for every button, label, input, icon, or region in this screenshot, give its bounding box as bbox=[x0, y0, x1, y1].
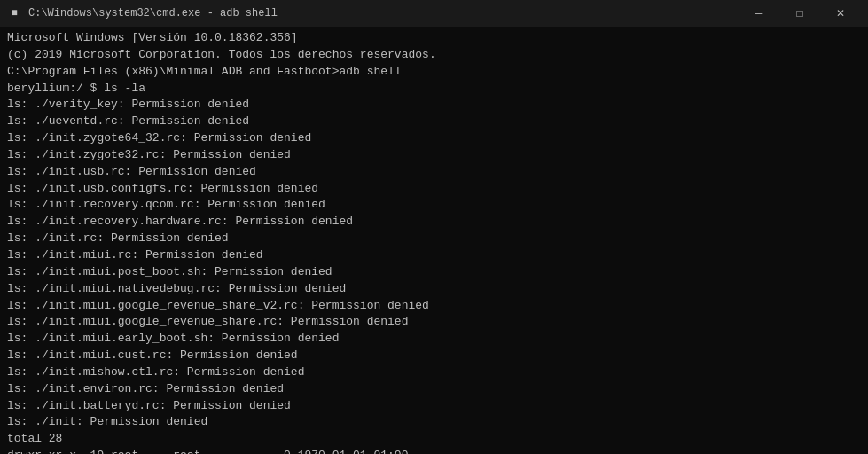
terminal-line: drwxr-xr-x 19 root root 0 1970-01-01 01:… bbox=[7, 448, 861, 454]
terminal-line: ls: ./init.miui.cust.rc: Permission deni… bbox=[7, 348, 861, 364]
title-bar: ■ C:\Windows\system32\cmd.exe - adb shel… bbox=[0, 0, 868, 27]
terminal-line: ls: ./init: Permission denied bbox=[7, 414, 861, 431]
terminal-line: C:\Program Files (x86)\Minimal ADB and F… bbox=[7, 64, 861, 81]
terminal-line: ls: ./init.rc: Permission denied bbox=[7, 231, 861, 247]
minimize-button[interactable]: ─ bbox=[739, 0, 779, 27]
terminal-line: ls: ./init.recovery.hardware.rc: Permiss… bbox=[7, 214, 861, 231]
cmd-window: ■ C:\Windows\system32\cmd.exe - adb shel… bbox=[0, 0, 868, 454]
terminal-line: (c) 2019 Microsoft Corporation. Todos lo… bbox=[7, 47, 861, 64]
terminal-output: Microsoft Windows [Versión 10.0.18362.35… bbox=[0, 27, 868, 454]
terminal-line: ls: ./init.miui.post_boot.sh: Permission… bbox=[7, 264, 861, 281]
maximize-button[interactable]: □ bbox=[779, 0, 820, 27]
terminal-line: ls: ./init.miui.google_revenue_share_v2.… bbox=[7, 298, 861, 315]
terminal-line: ls: ./init.zygote64_32.rc: Permission de… bbox=[7, 130, 861, 147]
terminal-line: Microsoft Windows [Versión 10.0.18362.35… bbox=[7, 30, 861, 47]
cmd-icon: ■ bbox=[7, 6, 21, 20]
close-button[interactable]: ✕ bbox=[820, 0, 861, 27]
terminal-line: beryllium:/ $ ls -la bbox=[7, 81, 861, 98]
terminal-line: ls: ./ueventd.rc: Permission denied bbox=[7, 114, 861, 130]
terminal-line: ls: ./init.recovery.qcom.rc: Permission … bbox=[7, 197, 861, 214]
terminal-line: ls: ./init.miui.rc: Permission denied bbox=[7, 247, 861, 264]
window-controls: ─ □ ✕ bbox=[739, 0, 861, 27]
terminal-line: ls: ./init.miui.nativedebug.rc: Permissi… bbox=[7, 281, 861, 298]
terminal-line: ls: ./init.zygote32.rc: Permission denie… bbox=[7, 147, 861, 164]
window-title: C:\Windows\system32\cmd.exe - adb shell bbox=[28, 7, 278, 20]
title-bar-left: ■ C:\Windows\system32\cmd.exe - adb shel… bbox=[7, 6, 278, 20]
terminal-line: total 28 bbox=[7, 431, 861, 448]
terminal-line: ls: ./init.usb.configfs.rc: Permission d… bbox=[7, 181, 861, 198]
terminal-line: ls: ./init.mishow.ctl.rc: Permission den… bbox=[7, 364, 861, 381]
terminal-line: ls: ./init.usb.rc: Permission denied bbox=[7, 164, 861, 181]
terminal-line: ls: ./verity_key: Permission denied bbox=[7, 97, 861, 114]
terminal-line: ls: ./init.environ.rc: Permission denied bbox=[7, 381, 861, 398]
terminal-line: ls: ./init.miui.google_revenue_share.rc:… bbox=[7, 314, 861, 331]
terminal-line: ls: ./init.miui.early_boot.sh: Permissio… bbox=[7, 331, 861, 348]
terminal-line: ls: ./init.batteryd.rc: Permission denie… bbox=[7, 398, 861, 415]
